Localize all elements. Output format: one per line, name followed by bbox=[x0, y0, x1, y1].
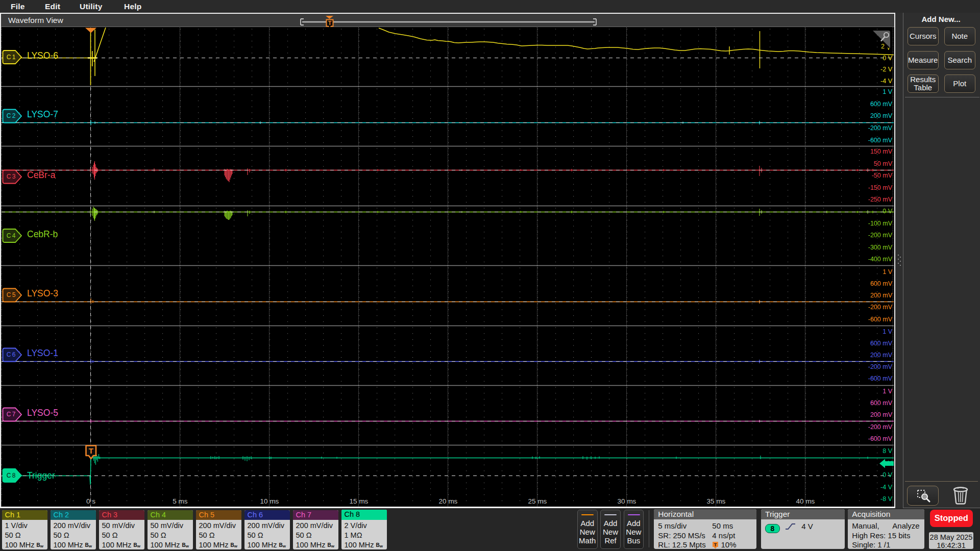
svg-text:1 V: 1 V bbox=[883, 388, 892, 395]
svg-text:50 mV: 50 mV bbox=[874, 160, 893, 167]
svg-text:-4 V: -4 V bbox=[880, 484, 893, 491]
svg-text:5 ms: 5 ms bbox=[173, 497, 188, 505]
svg-text:-400 mV: -400 mV bbox=[868, 256, 893, 263]
svg-text:-250 mV: -250 mV bbox=[868, 196, 893, 203]
svg-text:600 mV: 600 mV bbox=[870, 340, 893, 347]
svg-text:30 ms: 30 ms bbox=[618, 497, 636, 505]
svg-text:15 ms: 15 ms bbox=[350, 497, 369, 505]
svg-text:1 V: 1 V bbox=[883, 268, 892, 276]
svg-text:-600 mV: -600 mV bbox=[868, 137, 893, 144]
svg-text:1 V: 1 V bbox=[883, 88, 892, 95]
svg-text:-600 mV: -600 mV bbox=[868, 316, 893, 323]
svg-text:-200 mV: -200 mV bbox=[868, 304, 893, 311]
svg-text:-4 V: -4 V bbox=[880, 78, 893, 85]
svg-text:C 2: C 2 bbox=[7, 112, 16, 119]
svg-text:LYSO-7: LYSO-7 bbox=[27, 109, 58, 119]
svg-text:T: T bbox=[89, 446, 93, 455]
svg-text:C 4: C 4 bbox=[7, 232, 16, 239]
svg-text:600 mV: 600 mV bbox=[870, 280, 893, 287]
svg-text:200 mV: 200 mV bbox=[870, 112, 893, 119]
svg-text:CebR-b: CebR-b bbox=[27, 229, 58, 239]
svg-text:LYSO-6: LYSO-6 bbox=[27, 51, 58, 61]
svg-text:200 mV: 200 mV bbox=[870, 411, 893, 418]
svg-text:2: 2 bbox=[881, 43, 885, 50]
svg-text:C 1: C 1 bbox=[7, 54, 16, 61]
svg-text:0 V: 0 V bbox=[883, 208, 892, 215]
svg-text:4 V: 4 V bbox=[883, 460, 892, 467]
svg-text:C 3: C 3 bbox=[7, 173, 16, 180]
svg-text:-200 mV: -200 mV bbox=[868, 423, 893, 431]
svg-text:20 ms: 20 ms bbox=[439, 497, 458, 505]
svg-text:200 mV: 200 mV bbox=[870, 292, 893, 299]
svg-text:C 6: C 6 bbox=[7, 351, 16, 358]
svg-text:0 V: 0 V bbox=[883, 471, 892, 479]
svg-text:35 ms: 35 ms bbox=[707, 497, 726, 505]
svg-text:-200 mV: -200 mV bbox=[868, 363, 893, 370]
svg-text:-600 mV: -600 mV bbox=[868, 435, 893, 442]
svg-text:600 mV: 600 mV bbox=[870, 101, 893, 108]
svg-text:-8 V: -8 V bbox=[880, 495, 893, 503]
svg-text:-150 mV: -150 mV bbox=[868, 184, 893, 191]
svg-text:LYSO-3: LYSO-3 bbox=[27, 288, 58, 298]
svg-text:-50 mV: -50 mV bbox=[872, 172, 893, 179]
svg-text:-600 mV: -600 mV bbox=[868, 375, 893, 382]
svg-text:C 5: C 5 bbox=[7, 291, 16, 298]
svg-text:10 ms: 10 ms bbox=[260, 497, 279, 505]
svg-text:LYSO-5: LYSO-5 bbox=[27, 408, 58, 418]
svg-text:C 7: C 7 bbox=[7, 411, 16, 418]
svg-text:CeBr-a: CeBr-a bbox=[27, 170, 56, 180]
svg-text:1 V: 1 V bbox=[883, 328, 892, 335]
svg-text:-100 mV: -100 mV bbox=[868, 220, 893, 227]
svg-text:-200 mV: -200 mV bbox=[868, 232, 893, 239]
svg-text:8 V: 8 V bbox=[883, 447, 892, 455]
svg-text:25 ms: 25 ms bbox=[528, 497, 547, 505]
svg-text:150 mV: 150 mV bbox=[870, 148, 893, 155]
svg-text:40 ms: 40 ms bbox=[796, 497, 815, 505]
svg-text:-300 mV: -300 mV bbox=[868, 244, 893, 251]
svg-text:0 V: 0 V bbox=[883, 55, 892, 62]
svg-text:600 mV: 600 mV bbox=[870, 399, 893, 407]
svg-text:Trigger: Trigger bbox=[27, 470, 55, 481]
svg-text:0 s: 0 s bbox=[86, 497, 95, 505]
svg-text:LYSO-1: LYSO-1 bbox=[27, 348, 58, 358]
svg-text:T: T bbox=[714, 542, 717, 547]
svg-text:200 mV: 200 mV bbox=[870, 352, 893, 359]
svg-text:-2 V: -2 V bbox=[880, 66, 893, 73]
svg-text:-200 mV: -200 mV bbox=[868, 124, 893, 132]
svg-text:C 8: C 8 bbox=[7, 472, 16, 479]
